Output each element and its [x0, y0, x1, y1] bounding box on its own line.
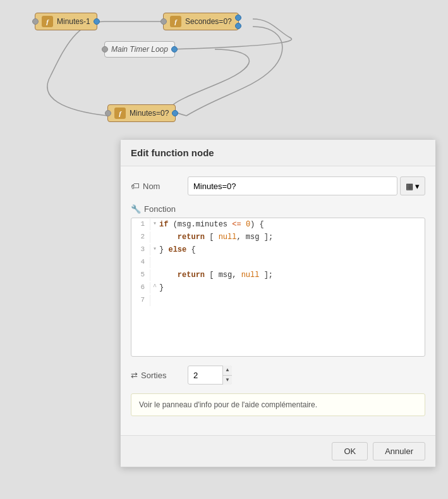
- dialog-title: Edit function node: [121, 140, 435, 166]
- line-num-2: 2: [131, 231, 150, 243]
- canvas: f Minutes-1 f Secondes=0? Main Timer Loo…: [0, 0, 448, 139]
- node-minutes0-port-right[interactable]: [172, 110, 178, 116]
- line-num-1: 1: [131, 219, 150, 230]
- node-loop-port-left[interactable]: [102, 46, 108, 52]
- line-num-7: 7: [131, 295, 150, 306]
- node-secondes[interactable]: f Secondes=0?: [163, 13, 239, 30]
- wrench-icon: 🔧: [131, 204, 141, 214]
- code-line-2: 2 return [ null, msg ];: [131, 231, 425, 243]
- line-num-6: 6: [131, 282, 150, 293]
- chevron-down-icon: ▾: [415, 182, 420, 191]
- edit-function-dialog: Edit function node 🏷 Nom ▦ ▾ 🔧 Fonction …: [120, 139, 436, 467]
- dialog-body: 🏷 Nom ▦ ▾ 🔧 Fonction 1 ▾ if (msg.minutes…: [121, 166, 435, 435]
- sorties-down-button[interactable]: ▼: [223, 376, 232, 385]
- node-minutes1-label: Minutes-1: [57, 17, 90, 26]
- node-secondes-port-right-bottom[interactable]: [235, 23, 241, 29]
- line-num-3: 3: [131, 244, 150, 256]
- node-loop-label: Main Timer Loop: [111, 45, 168, 54]
- info-box: Voir le panneau d'info pour de l'aide co…: [131, 393, 425, 416]
- node-loop[interactable]: Main Timer Loop: [104, 41, 175, 58]
- node-secondes-port-left[interactable]: [160, 18, 167, 25]
- node-minutes0-icon: f: [114, 108, 126, 119]
- node-minutes1-port-right[interactable]: [94, 18, 100, 25]
- cancel-button[interactable]: Annuler: [373, 442, 425, 460]
- nom-label: 🏷 Nom: [131, 181, 188, 191]
- code-editor[interactable]: 1 ▾ if (msg.minutes <= 0) { 2 return [ n…: [131, 218, 425, 357]
- node-minutes0-port-left[interactable]: [105, 110, 111, 116]
- node-secondes-icon: f: [170, 16, 181, 27]
- code-line-6: 6 ^ }: [131, 281, 425, 294]
- code-line-7: 7: [131, 294, 425, 307]
- tag-icon: 🏷: [131, 181, 140, 191]
- info-text: Voir le panneau d'info pour de l'aide co…: [139, 400, 317, 409]
- line-num-4: 4: [131, 257, 150, 268]
- node-minutes1[interactable]: f Minutes-1: [35, 13, 97, 30]
- code-line-5: 5 return [ msg, null ];: [131, 269, 425, 281]
- nom-input[interactable]: [188, 176, 397, 195]
- node-minutes0-label: Minutes=0?: [130, 109, 169, 118]
- dialog-footer: OK Annuler: [121, 435, 435, 467]
- fonction-label: 🔧 Fonction: [131, 204, 425, 214]
- nom-options-button[interactable]: ▦ ▾: [400, 176, 425, 195]
- sorties-arrows: ▲ ▼: [222, 366, 232, 385]
- node-loop-port-right[interactable]: [171, 46, 178, 52]
- line-num-5: 5: [131, 269, 150, 281]
- node-secondes-port-right-top[interactable]: [235, 15, 241, 21]
- ok-button[interactable]: OK: [332, 442, 368, 460]
- code-line-1: 1 ▾ if (msg.minutes <= 0) {: [131, 218, 425, 231]
- node-minutes1-port-left[interactable]: [32, 18, 39, 25]
- sorties-row: ⇄ Sorties ▲ ▼: [131, 366, 425, 385]
- sorties-icon: ⇄: [131, 371, 138, 380]
- sorties-input-wrap: ▲ ▼: [188, 366, 232, 385]
- sorties-label: ⇄ Sorties: [131, 371, 188, 380]
- node-minutes0[interactable]: f Minutes=0?: [107, 104, 176, 122]
- sorties-up-button[interactable]: ▲: [223, 366, 232, 376]
- nom-row: 🏷 Nom ▦ ▾: [131, 176, 425, 195]
- code-line-4: 4: [131, 256, 425, 269]
- node-secondes-label: Secondes=0?: [185, 17, 232, 26]
- grid-icon: ▦: [406, 182, 413, 191]
- code-line-3: 3 ▾ } else {: [131, 243, 425, 256]
- node-minutes1-icon: f: [42, 16, 53, 27]
